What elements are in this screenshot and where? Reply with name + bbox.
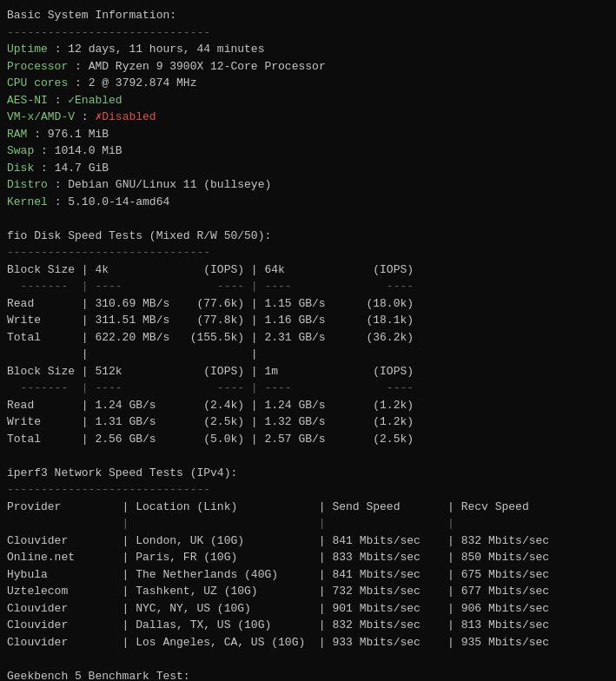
iperf-row-0: Clouvider | London, UK (10G) | 841 Mbits… — [7, 534, 549, 547]
iperf-divider: ------------------------------ — [7, 481, 609, 499]
fio-title: fio Disk Speed Tests (Mixed R/W 50/50): — [7, 228, 609, 245]
title-text: Basic System Information: — [7, 9, 176, 22]
basic-info-title: Basic System Information: — [7, 7, 609, 24]
fio-divider: ------------------------------ — [7, 244, 609, 261]
vm-row: VM-x/AMD-V : ✗Disabled — [7, 109, 609, 126]
iperf-row-5: Clouvider | Dallas, TX, US (10G) | 832 M… — [7, 618, 549, 631]
fio-total1: Total | 622.20 MB/s (155.5k) | 2.31 GB/s… — [7, 331, 414, 344]
fio-sep2: ------- | ---- ---- | ---- ---- — [7, 381, 414, 394]
uptime-label: Uptime — [7, 43, 48, 56]
disk-label: Disk — [7, 162, 34, 175]
fio-header2: Block Size | 512k (IOPS) | 1m (IOPS) — [7, 365, 414, 378]
vm-val: Disabled — [102, 110, 156, 123]
disk-row: Disk : 14.7 GiB — [7, 160, 609, 177]
uptime-row: Uptime : 12 days, 11 hours, 44 minutes — [7, 41, 609, 58]
check-icon: ✓ — [68, 94, 75, 107]
aes-row: AES-NI : ✓Enabled — [7, 92, 609, 109]
divider-1: ------------------------------ — [7, 24, 609, 42]
fio-sep1: ------- | ---- ---- | ---- ---- — [7, 280, 414, 293]
fio-total2: Total | 2.56 GB/s (5.0k) | 2.57 GB/s (2.… — [7, 433, 414, 446]
fio-write1: Write | 311.51 MB/s (77.8k) | 1.16 GB/s … — [7, 314, 414, 327]
iperf-title: iperf3 Network Speed Tests (IPv4): — [7, 465, 609, 482]
page-container: Basic System Information: --------------… — [7, 7, 609, 681]
fio-read1: Read | 310.69 MB/s (77.6k) | 1.15 GB/s (… — [7, 297, 414, 310]
aes-spacer: : — [55, 94, 69, 107]
iperf-header: Provider | Location (Link) | Send Speed … — [7, 500, 529, 513]
fio-table: Block Size | 4k (IOPS) | 64k (IOPS) ----… — [7, 261, 609, 448]
aes-label: AES-NI — [7, 94, 48, 107]
geekbench-title: Geekbench 5 Benchmark Test: — [7, 668, 609, 682]
cpu-label: CPU cores — [7, 76, 68, 89]
iperf-row-2: Hybula | The Netherlands (40G) | 841 Mbi… — [7, 568, 549, 581]
iperf-row-1: Online.net | Paris, FR (10G) | 833 Mbits… — [7, 551, 549, 564]
distro-val: : Debian GNU/Linux 11 (bullseye) — [55, 178, 272, 191]
kernel-val: : 5.10.0-14-amd64 — [55, 195, 170, 208]
fio-blank: | | — [7, 347, 258, 360]
fio-header1: Block Size | 4k (IOPS) | 64k (IOPS) — [7, 263, 414, 276]
cpu-row: CPU cores : 2 @ 3792.874 MHz — [7, 75, 609, 92]
processor-val: : AMD Ryzen 9 3900X 12-Core Processor — [75, 60, 326, 73]
iperf-row-3: Uztelecom | Tashkent, UZ (10G) | 732 Mbi… — [7, 585, 549, 598]
cpu-val: : 2 @ 3792.874 MHz — [75, 76, 196, 89]
fio-read2: Read | 1.24 GB/s (2.4k) | 1.24 GB/s (1.2… — [7, 399, 414, 412]
uptime-val: : 12 days, 11 hours, 44 minutes — [55, 43, 265, 56]
ram-row: RAM : 976.1 MiB — [7, 126, 609, 143]
ram-label: RAM — [7, 128, 27, 141]
system-info: Uptime : 12 days, 11 hours, 44 minutes P… — [7, 41, 609, 210]
fio-write2: Write | 1.31 GB/s (2.5k) | 1.32 GB/s (1.… — [7, 415, 414, 428]
iperf-row-4: Clouvider | NYC, NY, US (10G) | 901 Mbit… — [7, 602, 549, 615]
kernel-row: Kernel : 5.10.0-14-amd64 — [7, 194, 609, 211]
processor-row: Processor : AMD Ryzen 9 3900X 12-Core Pr… — [7, 58, 609, 76]
disk-val: : 14.7 GiB — [41, 162, 109, 175]
swap-label: Swap — [7, 144, 34, 157]
iperf-table: Provider | Location (Link) | Send Speed … — [7, 499, 609, 651]
distro-label: Distro — [7, 178, 48, 191]
swap-val: : 1014.0 MiB — [41, 144, 123, 157]
vm-label: VM-x/AMD-V — [7, 110, 75, 123]
aes-val: Enabled — [75, 94, 123, 107]
processor-label: Processor — [7, 60, 68, 73]
ram-val: : 976.1 MiB — [34, 128, 109, 141]
iperf-sep: | | | — [7, 517, 454, 530]
distro-row: Distro : Debian GNU/Linux 11 (bullseye) — [7, 176, 609, 194]
swap-row: Swap : 1014.0 MiB — [7, 142, 609, 160]
vm-spacer: : — [82, 110, 96, 123]
kernel-label: Kernel — [7, 195, 48, 208]
iperf-row-6: Clouvider | Los Angeles, CA, US (10G) | … — [7, 636, 549, 649]
